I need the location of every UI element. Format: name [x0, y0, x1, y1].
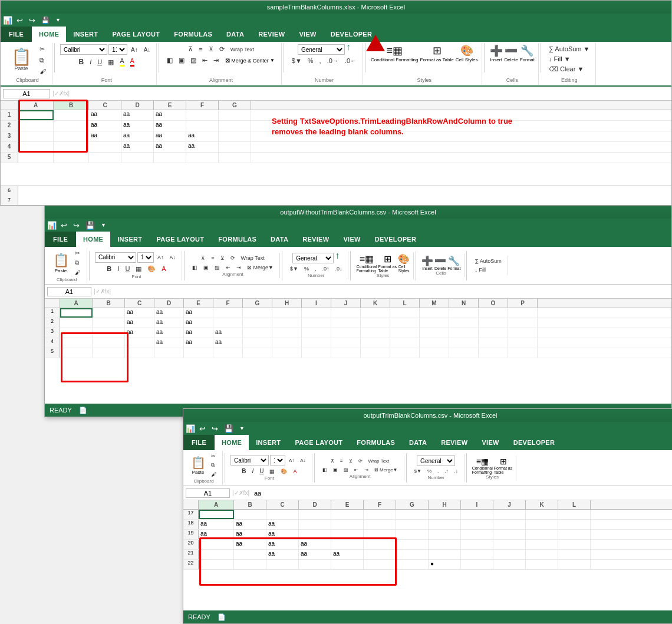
al-2[interactable]: ◧	[190, 263, 200, 272]
cell-B4-1[interactable]	[54, 142, 89, 152]
c-C18-3[interactable]: aa	[266, 520, 299, 529]
tab-insert-1[interactable]: INSERT	[66, 27, 105, 42]
c-B1-2[interactable]	[93, 308, 125, 318]
c-B3-2[interactable]	[93, 328, 125, 338]
fc-3[interactable]: 🎨	[278, 467, 289, 476]
c-A18-3[interactable]: aa	[199, 520, 234, 529]
c-H1-2[interactable]	[272, 308, 302, 318]
c-E3-2[interactable]: aa	[184, 328, 213, 338]
c-A17-3[interactable]	[199, 510, 234, 519]
c-D2-2[interactable]: aa	[154, 318, 184, 328]
font-color-btn-1[interactable]: A	[128, 56, 137, 68]
redo-btn-1[interactable]: ↪	[27, 16, 37, 25]
atop-2[interactable]: ⊼	[199, 254, 207, 262]
c-B21-3[interactable]	[234, 550, 266, 559]
align-left-1[interactable]: ◧	[164, 55, 175, 65]
fntc-3[interactable]: A	[291, 467, 299, 476]
ch-D-3[interactable]: D	[299, 500, 331, 509]
cell-C3-1[interactable]: aa	[89, 131, 121, 141]
clear-btn-1[interactable]: ⌫ Clear ▼	[546, 64, 592, 74]
c-L1-2[interactable]	[390, 308, 420, 318]
tab-home-1[interactable]: HOME	[32, 27, 66, 42]
ch-H-2[interactable]: H	[272, 299, 302, 308]
cell-D5-1[interactable]	[121, 153, 154, 163]
font-3[interactable]: Calibri	[230, 455, 269, 465]
ar-2[interactable]: ▨	[212, 263, 222, 272]
tab-vi-3[interactable]: VIEW	[475, 435, 506, 450]
cut-btn-1[interactable]: ✂	[37, 44, 48, 54]
c-C19-3[interactable]: aa	[266, 530, 299, 539]
com-2[interactable]: ,	[312, 265, 319, 273]
c-D21-3[interactable]: aa	[299, 550, 331, 559]
undo-3[interactable]: ↩	[197, 424, 207, 433]
ch-C-2[interactable]: C	[125, 299, 154, 308]
save-3[interactable]: 💾	[222, 424, 235, 433]
ch-A-3[interactable]: A	[199, 500, 234, 509]
copy-3[interactable]: ⧉	[209, 461, 219, 470]
align-right-1[interactable]: ▨	[188, 55, 199, 65]
cell-G2-1[interactable]	[219, 121, 251, 131]
cell-A5-1[interactable]	[18, 153, 54, 163]
wt-3[interactable]: Wrap Text	[366, 457, 392, 465]
c-B18-3[interactable]: aa	[234, 520, 266, 529]
decd-3[interactable]: .↓	[452, 467, 460, 475]
col-header-E-1[interactable]: E	[154, 101, 186, 110]
deci-2[interactable]: .0↑	[319, 265, 331, 273]
cell-E4-1[interactable]: aa	[154, 142, 186, 152]
fsize-3[interactable]: 11	[270, 455, 285, 465]
bold-2[interactable]: B	[104, 264, 114, 273]
ft-2[interactable]: ⊞ Format asTable	[378, 253, 397, 273]
wrap-2[interactable]: Wrap Text	[239, 254, 267, 262]
c-C2-2[interactable]: aa	[125, 318, 154, 328]
undo-btn-2[interactable]: ↩	[59, 221, 69, 230]
mc-3[interactable]: ⊠ Merge▼	[372, 466, 400, 474]
number-format-1[interactable]: General	[298, 44, 345, 55]
fp-2[interactable]: 🖌	[73, 268, 83, 277]
c-J1-2[interactable]	[331, 308, 361, 318]
c-A2-2[interactable]	[60, 318, 93, 328]
alr-3[interactable]: ▨	[341, 466, 351, 474]
format-btn-1[interactable]: 🔧 Format	[520, 44, 535, 62]
ch-D-2[interactable]: D	[154, 299, 184, 308]
c-P1-2[interactable]	[508, 308, 538, 318]
c-D3-2[interactable]: aa	[154, 328, 184, 338]
c-I1-2[interactable]	[302, 308, 331, 318]
paste-btn-2[interactable]: 📋	[53, 253, 69, 268]
ch-G-2[interactable]: G	[243, 299, 272, 308]
fp-3[interactable]: 🖌	[209, 470, 219, 478]
font-size-inc-1[interactable]: A↑	[129, 45, 140, 54]
align-center-1[interactable]: ▣	[176, 55, 187, 65]
cell-E3-1[interactable]: aa	[154, 131, 186, 141]
insert-btn-1[interactable]: ➕ Insert	[490, 44, 503, 62]
ch-K-2[interactable]: K	[361, 299, 390, 308]
tab-formulas-2[interactable]: FORMULAS	[211, 232, 263, 247]
tab-pagelayout-2[interactable]: PAGE LAYOUT	[149, 232, 211, 247]
col-header-G-1[interactable]: G	[219, 101, 251, 110]
fill-2[interactable]: ↓ Fill	[472, 266, 503, 274]
copy-2[interactable]: ⧉	[73, 258, 83, 268]
ch-J-2[interactable]: J	[331, 299, 361, 308]
font-size-dec-1[interactable]: A↓	[141, 45, 153, 54]
merge-center-btn-1[interactable]: ⊠ Merge & Center ▼	[222, 55, 277, 65]
align-mid-1[interactable]: ≡	[196, 45, 205, 54]
tab-insert-2[interactable]: INSERT	[110, 232, 149, 247]
autosum-btn-1[interactable]: ∑ AutoSum ▼	[546, 44, 592, 54]
cell-C4-1[interactable]	[89, 142, 121, 152]
fill-btn-1[interactable]: ↓ Fill ▼	[546, 54, 592, 64]
col-header-A-1[interactable]: A	[18, 101, 54, 110]
ch-L-3[interactable]: L	[558, 500, 591, 509]
c-B2-2[interactable]	[93, 318, 125, 328]
merge-dropdown-1[interactable]: ▼	[270, 58, 275, 63]
ii-2[interactable]: ⇥	[234, 263, 243, 272]
brd-3[interactable]: ▦	[267, 467, 277, 476]
qat-dropdown-2[interactable]: ▼	[99, 222, 108, 228]
c-B4-2[interactable]	[93, 338, 125, 348]
col-header-C-1[interactable]: C	[89, 101, 121, 110]
c-F4-2[interactable]: aa	[213, 338, 243, 348]
redo-3[interactable]: ↪	[210, 424, 220, 433]
cf-3[interactable]: ≡▦ ConditionalFormatting	[472, 457, 493, 474]
save-btn-1[interactable]: 💾	[39, 16, 51, 24]
c-G1-2[interactable]	[243, 308, 272, 318]
fsi-2[interactable]: A↑	[155, 253, 166, 262]
cell-E1-1[interactable]: aa	[154, 110, 186, 120]
